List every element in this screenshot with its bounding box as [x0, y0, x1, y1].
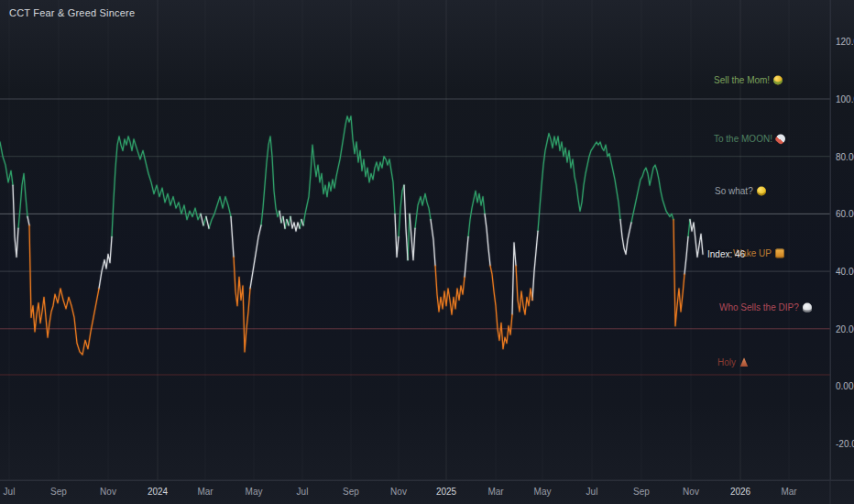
time-axis-label: Jul: [4, 487, 16, 497]
price-axis-label: -20.00: [836, 439, 854, 449]
price-axis-label: 40.00: [836, 267, 854, 277]
level-label: Who Sells the DIP?: [719, 302, 812, 312]
time-axis-label: Nov: [100, 487, 116, 497]
level-label: So what?: [715, 186, 766, 196]
time-axis-label: Sep: [50, 487, 67, 497]
price-axis-label: 100.00: [836, 94, 854, 104]
time-axis-label: May: [246, 487, 263, 497]
time-axis-label: Nov: [683, 487, 699, 497]
chart-plot-area[interactable]: Sell the Mom!To the MOON!So what?Wake UP…: [0, 0, 830, 480]
price-axis-label: 60.00: [836, 209, 854, 219]
price-axis-label: 120.00: [836, 37, 854, 47]
skull-icon: [803, 302, 812, 312]
time-axis-label: Jul: [586, 487, 598, 497]
last-value-label: Index: 46: [707, 249, 745, 259]
time-axis[interactable]: JulSepNov2024MarMayJulSepNov2025MarMayJu…: [0, 480, 854, 504]
level-label: To the MOON!: [714, 134, 785, 144]
pray-icon: [739, 357, 749, 367]
neutral-face-icon: [757, 186, 766, 195]
time-axis-label: Mar: [781, 487, 796, 497]
time-axis-label: May: [534, 487, 552, 497]
price-axis[interactable]: 120.00100.0080.0060.0040.0020.000.00-20.…: [830, 0, 854, 480]
rocket-icon: [774, 132, 787, 145]
alarm-icon: [775, 248, 784, 257]
price-axis-label: 20.00: [836, 324, 854, 334]
level-label-text: To the MOON!: [714, 134, 772, 144]
price-axis-label: 80.00: [836, 152, 854, 162]
level-label-text: Who Sells the DIP?: [719, 302, 799, 312]
time-axis-label: 2025: [436, 487, 456, 497]
level-label: Sell the Mom!: [714, 75, 783, 85]
indicator-title[interactable]: CCT Fear & Greed Sincere: [9, 7, 135, 18]
time-axis-label: Jul: [297, 487, 309, 497]
time-axis-label: Sep: [343, 487, 359, 497]
level-label-text: Sell the Mom!: [714, 75, 770, 85]
time-axis-label: Nov: [390, 487, 407, 497]
level-label-text: Holy: [717, 357, 736, 367]
time-axis-label: Mar: [197, 487, 213, 497]
level-label-text: So what?: [715, 186, 753, 196]
time-axis-label: 2024: [148, 487, 168, 497]
time-axis-label: Sep: [633, 487, 650, 497]
price-axis-label: 0.00: [836, 381, 853, 391]
time-axis-label: Mar: [487, 487, 503, 497]
time-axis-label: 2026: [730, 487, 750, 497]
level-label: Holy: [717, 357, 749, 367]
chart-window: Sell the Mom!To the MOON!So what?Wake UP…: [0, 0, 854, 504]
money-mouth-face-icon: [773, 75, 783, 84]
